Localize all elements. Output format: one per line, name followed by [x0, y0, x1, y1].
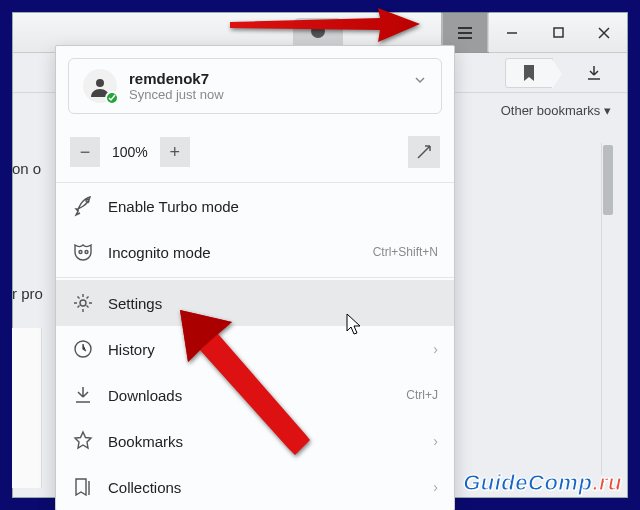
- downloads-toolbar-button[interactable]: [571, 65, 617, 81]
- zoom-in-button[interactable]: +: [160, 137, 190, 167]
- account-username: remdenok7: [129, 70, 224, 87]
- watermark: GuideComp.ru: [463, 470, 622, 496]
- maximize-icon: [553, 27, 564, 38]
- rocket-icon: [72, 195, 94, 217]
- window-minimize-button[interactable]: [489, 13, 535, 52]
- chevron-right-icon: ›: [433, 479, 438, 495]
- chevron-right-icon: ›: [433, 433, 438, 449]
- fullscreen-icon: [416, 144, 432, 160]
- menu-item-settings[interactable]: Settings: [56, 280, 454, 326]
- clock-icon: [72, 338, 94, 360]
- menu-separator: [56, 277, 454, 278]
- menu-item-collections[interactable]: Collections ›: [56, 464, 454, 510]
- menu-item-history[interactable]: History ›: [56, 326, 454, 372]
- page-text-fragment: on o: [12, 160, 41, 177]
- window-close-button[interactable]: [581, 13, 627, 52]
- sync-ok-badge: [105, 91, 119, 105]
- account-card[interactable]: remdenok7 Synced just now: [68, 58, 442, 114]
- chevron-right-icon: ›: [433, 341, 438, 357]
- scrollbar[interactable]: [601, 143, 613, 475]
- menu-item-label: History: [108, 341, 155, 358]
- avatar: [83, 69, 117, 103]
- collections-icon: [72, 476, 94, 498]
- download-icon: [586, 65, 602, 81]
- menu-item-label: Downloads: [108, 387, 182, 404]
- menu-item-bookmarks[interactable]: Bookmarks ›: [56, 418, 454, 464]
- zoom-level: 100%: [106, 144, 154, 160]
- bookmark-icon: [523, 65, 535, 81]
- minimize-icon: [506, 27, 518, 39]
- chevron-down-icon: [413, 73, 427, 90]
- menu-item-label: Settings: [108, 295, 162, 312]
- menu-item-label: Incognito mode: [108, 244, 211, 261]
- tab-stub[interactable]: [293, 18, 343, 48]
- mask-icon: [72, 241, 94, 263]
- other-bookmarks-label: Other bookmarks: [501, 103, 611, 118]
- svg-point-2: [80, 300, 86, 306]
- account-sync-status: Synced just now: [129, 87, 224, 102]
- svg-point-1: [96, 79, 104, 87]
- gear-icon: [72, 292, 94, 314]
- zoom-out-button[interactable]: −: [70, 137, 100, 167]
- menu-item-downloads[interactable]: Downloads Ctrl+J: [56, 372, 454, 418]
- page-text-fragment: r pro: [12, 285, 43, 302]
- menu-item-label: Bookmarks: [108, 433, 183, 450]
- menu-item-label: Enable Turbo mode: [108, 198, 239, 215]
- menu-item-shortcut: Ctrl+Shift+N: [373, 245, 438, 259]
- watermark-name: GuideComp: [463, 470, 592, 495]
- scrollbar-thumb[interactable]: [603, 145, 613, 215]
- page-edge: [12, 328, 42, 488]
- hamburger-icon: [457, 26, 473, 40]
- bookmark-tab[interactable]: [505, 58, 553, 88]
- fullscreen-button[interactable]: [408, 136, 440, 168]
- menu-item-label: Collections: [108, 479, 181, 496]
- svg-rect-0: [554, 28, 563, 37]
- check-icon: [108, 94, 116, 102]
- menu-item-incognito[interactable]: Incognito mode Ctrl+Shift+N: [56, 229, 454, 275]
- menu-item-turbo[interactable]: Enable Turbo mode: [56, 183, 454, 229]
- window-maximize-button[interactable]: [535, 13, 581, 52]
- zoom-controls: − 100% +: [56, 126, 454, 183]
- main-menu-panel: remdenok7 Synced just now − 100% + Enabl…: [55, 45, 455, 510]
- star-icon: [72, 430, 94, 452]
- download-icon: [72, 384, 94, 406]
- account-text: remdenok7 Synced just now: [129, 70, 224, 102]
- close-icon: [598, 27, 610, 39]
- watermark-tld: .ru: [592, 470, 622, 495]
- menu-item-shortcut: Ctrl+J: [406, 388, 438, 402]
